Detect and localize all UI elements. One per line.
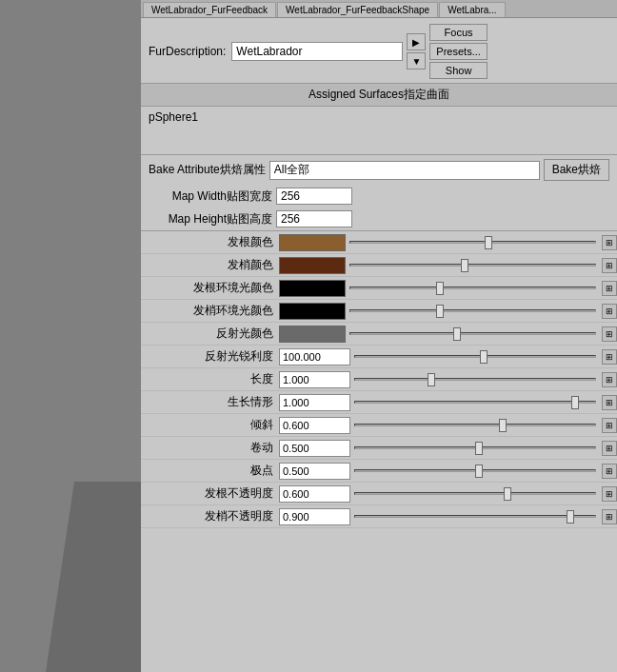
map-width-input[interactable]: [276, 188, 352, 205]
value-input-11[interactable]: [279, 485, 350, 503]
color-icon-7[interactable]: ⊞: [602, 395, 617, 410]
color-icon-10[interactable]: ⊞: [602, 464, 617, 479]
value-input-6[interactable]: [279, 371, 350, 388]
icon-btn-group: ▶ ▼: [407, 33, 426, 69]
map-height-input[interactable]: [276, 210, 352, 227]
left-panel-shape: [46, 482, 141, 672]
slider-thumb-1[interactable]: [461, 259, 468, 272]
slider-container-0: [346, 241, 600, 244]
slider-track-3[interactable]: [349, 309, 596, 312]
color-icon-5[interactable]: ⊞: [602, 349, 617, 365]
slider-container-11: [350, 492, 600, 495]
slider-track-12[interactable]: [354, 515, 596, 518]
slider-thumb-10[interactable]: [475, 464, 483, 478]
attr-row: 倾斜⊞: [141, 414, 617, 437]
slider-track-10[interactable]: [354, 469, 596, 472]
attr-row: 发梢不透明度⊞: [141, 505, 617, 528]
value-input-7[interactable]: [279, 394, 350, 411]
slider-track-4[interactable]: [349, 332, 596, 335]
color-icon-4[interactable]: ⊞: [602, 326, 617, 342]
value-input-5[interactable]: [279, 348, 350, 366]
attr-label-8: 倾斜: [141, 417, 279, 433]
slider-track-9[interactable]: [354, 446, 596, 449]
arrow-down-icon-btn[interactable]: ▼: [407, 52, 426, 69]
slider-container-3: [346, 309, 600, 312]
value-input-10[interactable]: [279, 463, 350, 480]
attr-row: 生长情形⊞: [141, 391, 617, 414]
color-icon-3[interactable]: ⊞: [602, 304, 617, 319]
slider-thumb-8[interactable]: [499, 419, 507, 432]
bake-attribute-input[interactable]: [269, 161, 540, 180]
color-swatch-3[interactable]: [279, 303, 346, 320]
tab-wetlabrador-shape[interactable]: WetLabrador_FurFeedbackShape: [277, 2, 438, 17]
surface-list: pSphere1: [141, 107, 617, 154]
slider-thumb-2[interactable]: [436, 282, 444, 295]
attr-row: 发梢颜色⊞: [141, 254, 617, 277]
slider-track-7[interactable]: [354, 401, 596, 404]
slider-thumb-5[interactable]: [480, 350, 488, 364]
slider-thumb-6[interactable]: [428, 373, 435, 386]
fur-description-input[interactable]: [231, 42, 403, 61]
slider-track-6[interactable]: [354, 378, 596, 381]
attr-label-7: 生长情形: [141, 394, 279, 410]
map-height-label: Map Height贴图高度: [149, 211, 272, 227]
main-container: WetLabrador_FurFeedback WetLabrador_FurF…: [0, 0, 617, 672]
color-icon-8[interactable]: ⊞: [602, 418, 617, 433]
value-input-8[interactable]: [279, 417, 350, 434]
color-icon-12[interactable]: ⊞: [602, 509, 617, 524]
color-swatch-1[interactable]: [279, 257, 346, 274]
slider-container-7: [350, 401, 600, 404]
presets-button[interactable]: Presets...: [429, 43, 487, 60]
color-icon-9[interactable]: ⊞: [602, 441, 617, 456]
attr-row: 发根环境光颜色⊞: [141, 277, 617, 300]
attr-row: 反射光锐利度⊞: [141, 346, 617, 368]
slider-thumb-0[interactable]: [485, 236, 492, 249]
slider-thumb-3[interactable]: [436, 305, 444, 318]
attr-label-10: 极点: [141, 463, 279, 479]
show-button[interactable]: Show: [429, 62, 487, 79]
color-icon-6[interactable]: ⊞: [602, 372, 617, 387]
surface-item-psphere1[interactable]: pSphere1: [149, 110, 609, 124]
slider-container-2: [346, 287, 600, 289]
color-icon-11[interactable]: ⊞: [602, 486, 617, 502]
tab-wetlabrador-feedack[interactable]: WetLabrador_FurFeedback: [143, 2, 276, 17]
slider-track-0[interactable]: [349, 241, 596, 244]
slider-container-1: [346, 264, 600, 267]
tabs-bar: WetLabrador_FurFeedback WetLabrador_FurF…: [141, 0, 617, 18]
value-input-9[interactable]: [279, 440, 350, 457]
color-swatch-2[interactable]: [279, 280, 346, 297]
slider-container-5: [350, 355, 600, 358]
slider-thumb-7[interactable]: [571, 396, 579, 409]
attr-label-0: 发根颜色: [141, 234, 279, 250]
slider-track-11[interactable]: [354, 492, 596, 495]
attr-label-3: 发梢环境光颜色: [141, 303, 279, 319]
slider-container-4: [346, 332, 600, 335]
color-icon-0[interactable]: ⊞: [602, 235, 617, 250]
bake-button[interactable]: Bake烘焙: [544, 159, 609, 181]
attr-row: 极点⊞: [141, 460, 617, 483]
color-icon-2[interactable]: ⊞: [602, 281, 617, 296]
slider-thumb-12[interactable]: [567, 510, 574, 524]
color-swatch-0[interactable]: [279, 234, 346, 251]
slider-thumb-11[interactable]: [504, 487, 511, 501]
slider-container-10: [350, 469, 600, 472]
color-icon-1[interactable]: ⊞: [602, 258, 617, 273]
slider-track-5[interactable]: [354, 355, 596, 358]
slider-thumb-4[interactable]: [453, 327, 461, 341]
value-input-12[interactable]: [279, 508, 350, 525]
slider-container-8: [350, 424, 600, 426]
content-panel: WetLabrador_FurFeedback WetLabrador_FurF…: [141, 0, 617, 672]
slider-track-1[interactable]: [349, 264, 596, 267]
tab-wetlabra-short[interactable]: WetLabra...: [439, 2, 506, 17]
attr-label-9: 卷动: [141, 440, 279, 456]
slider-track-2[interactable]: [349, 287, 596, 289]
attr-label-2: 发根环境光颜色: [141, 280, 279, 296]
slider-thumb-9[interactable]: [475, 442, 483, 455]
attr-label-5: 反射光锐利度: [141, 348, 279, 365]
color-swatch-4[interactable]: [279, 326, 346, 343]
fur-description-row: FurDescription: ▶ ▼ Focus Presets... Sho…: [141, 18, 617, 83]
focus-button[interactable]: Focus: [429, 24, 487, 41]
attr-label-11: 发根不透明度: [141, 485, 279, 502]
slider-track-8[interactable]: [354, 424, 596, 426]
arrow-right-icon-btn[interactable]: ▶: [407, 33, 426, 50]
